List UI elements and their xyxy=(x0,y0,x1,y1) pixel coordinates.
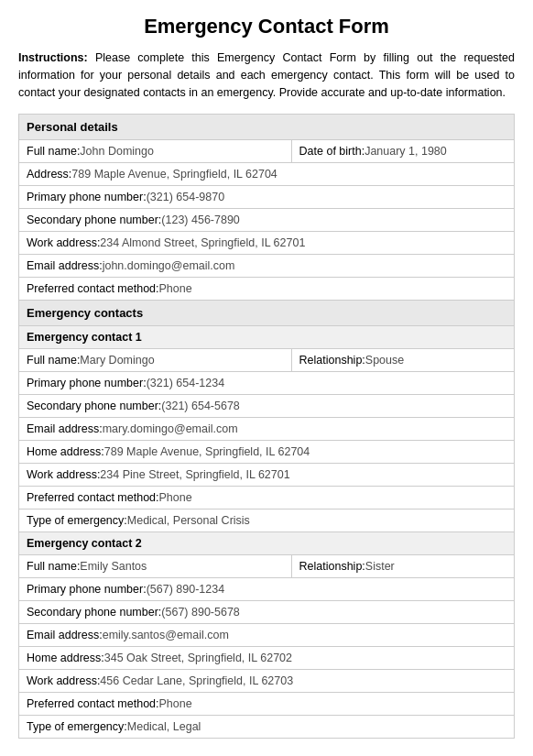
ec1-fullname-label: Full name: xyxy=(27,354,80,367)
table-row: Home address:789 Maple Avenue, Springfie… xyxy=(19,441,515,464)
table-row: Email address:emily.santos@email.com xyxy=(19,624,515,647)
work-address-label: Work address: xyxy=(27,236,100,249)
table-row: Type of emergency:Medical, Legal xyxy=(19,716,515,739)
page-title: Emergency Contact Form xyxy=(18,9,515,38)
ec2-fullname-field: Full name:Emily Santos xyxy=(19,555,292,578)
work-address-field: Work address:234 Almond Street, Springfi… xyxy=(19,232,515,255)
ec2-header: Emergency contact 2 xyxy=(19,532,515,555)
address-value: 789 Maple Avenue, Springfield, IL 62704 xyxy=(71,168,277,181)
table-row: Address:789 Maple Avenue, Springfield, I… xyxy=(19,163,515,186)
table-row: Full name:Emily Santos Relationship:Sist… xyxy=(19,555,515,578)
ec1-relationship-label: Relationship: xyxy=(299,354,365,367)
table-row: Email address:mary.domingo@email.com xyxy=(19,418,515,441)
ec2-relationship-field: Relationship:Sister xyxy=(291,555,514,578)
primary-phone-label: Primary phone number: xyxy=(27,191,147,203)
address-field: Address:789 Maple Avenue, Springfield, I… xyxy=(19,163,515,186)
table-row: Primary phone number:(321) 654-1234 xyxy=(19,372,515,395)
ec2-email-field: Email address:emily.santos@email.com xyxy=(19,624,515,647)
table-row: Secondary phone number:(321) 654-5678 xyxy=(19,395,515,418)
instructions-text: Instructions: Please complete this Emerg… xyxy=(18,49,515,101)
email-value: john.domingo@email.com xyxy=(103,259,235,272)
preferred-contact-value: Phone xyxy=(159,282,192,295)
ec1-header: Emergency contact 1 xyxy=(19,326,515,349)
table-row: Work address:234 Pine Street, Springfiel… xyxy=(19,464,515,487)
primary-phone-value: (321) 654-9870 xyxy=(147,191,224,203)
form-table: Personal details Full name:John Domingo … xyxy=(18,114,515,739)
preferred-contact-label: Preferred contact method: xyxy=(27,282,159,295)
personal-details-label: Personal details xyxy=(19,115,515,140)
ec2-fullname-value: Emily Santos xyxy=(80,560,147,573)
ec1-emergency-type-field: Type of emergency:Medical, Personal Cris… xyxy=(19,509,515,532)
table-row: Full name:Mary Domingo Relationship:Spou… xyxy=(19,349,515,372)
ec1-relationship-value: Spouse xyxy=(365,354,404,367)
ec2-relationship-label: Relationship: xyxy=(299,560,365,573)
emergency-contacts-header: Emergency contacts xyxy=(19,301,515,326)
ec2-secondary-phone-field: Secondary phone number:(567) 890-5678 xyxy=(19,601,515,624)
dob-value: January 1, 1980 xyxy=(364,145,447,158)
ec1-fullname-field: Full name:Mary Domingo xyxy=(19,349,292,372)
ec2-fullname-label: Full name: xyxy=(27,560,80,573)
ec1-label: Emergency contact 1 xyxy=(19,326,515,349)
table-row: Home address:345 Oak Street, Springfield… xyxy=(19,647,515,670)
table-row: Secondary phone number:(567) 890-5678 xyxy=(19,601,515,624)
ec2-primary-phone-field: Primary phone number:(567) 890-1234 xyxy=(19,578,515,601)
secondary-phone-label: Secondary phone number: xyxy=(27,214,161,226)
emergency-contacts-label: Emergency contacts xyxy=(19,301,515,326)
ec1-fullname-value: Mary Domingo xyxy=(80,354,154,367)
ec2-emergency-type-field: Type of emergency:Medical, Legal xyxy=(19,716,515,739)
personal-details-header: Personal details xyxy=(19,115,515,140)
table-row: Preferred contact method:Phone xyxy=(19,487,515,509)
table-row: Preferred contact method:Phone xyxy=(19,278,515,301)
fullname-field: Full name:John Domingo xyxy=(19,140,292,163)
instructions-label: Instructions: xyxy=(18,51,88,64)
table-row: Preferred contact method:Phone xyxy=(19,693,515,716)
primary-phone-field: Primary phone number:(321) 654-9870 xyxy=(19,186,515,209)
email-field: Email address:john.domingo@email.com xyxy=(19,255,515,278)
ec1-email-field: Email address:mary.domingo@email.com xyxy=(19,418,515,441)
address-label: Address: xyxy=(27,168,71,181)
ec2-home-address-field: Home address:345 Oak Street, Springfield… xyxy=(19,647,515,670)
ec2-label: Emergency contact 2 xyxy=(19,532,515,555)
table-row: Secondary phone number:(123) 456-7890 xyxy=(19,209,515,232)
dob-field: Date of birth:January 1, 1980 xyxy=(291,140,514,163)
ec1-preferred-contact-field: Preferred contact method:Phone xyxy=(19,487,515,509)
ec2-preferred-contact-field: Preferred contact method:Phone xyxy=(19,693,515,716)
table-row: Primary phone number:(567) 890-1234 xyxy=(19,578,515,601)
preferred-contact-field: Preferred contact method:Phone xyxy=(19,278,515,301)
secondary-phone-field: Secondary phone number:(123) 456-7890 xyxy=(19,209,515,232)
secondary-phone-value: (123) 456-7890 xyxy=(161,214,239,226)
table-row: Email address:john.domingo@email.com xyxy=(19,255,515,278)
ec1-home-address-field: Home address:789 Maple Avenue, Springfie… xyxy=(19,441,515,464)
ec2-work-address-field: Work address:456 Cedar Lane, Springfield… xyxy=(19,670,515,693)
ec2-relationship-value: Sister xyxy=(365,560,395,573)
ec1-relationship-field: Relationship:Spouse xyxy=(291,349,514,372)
fullname-value: John Domingo xyxy=(80,145,154,158)
table-row: Primary phone number:(321) 654-9870 xyxy=(19,186,515,209)
ec1-work-address-field: Work address:234 Pine Street, Springfiel… xyxy=(19,464,515,487)
table-row: Work address:234 Almond Street, Springfi… xyxy=(19,232,515,255)
work-address-value: 234 Almond Street, Springfield, IL 62701 xyxy=(100,236,305,249)
fullname-label: Full name: xyxy=(27,145,80,158)
ec1-secondary-phone-field: Secondary phone number:(321) 654-5678 xyxy=(19,395,515,418)
table-row: Work address:456 Cedar Lane, Springfield… xyxy=(19,670,515,693)
table-row: Full name:John Domingo Date of birth:Jan… xyxy=(19,140,515,163)
table-row: Type of emergency:Medical, Personal Cris… xyxy=(19,509,515,532)
email-label: Email address: xyxy=(27,259,103,272)
ec1-primary-phone-field: Primary phone number:(321) 654-1234 xyxy=(19,372,515,395)
dob-label: Date of birth: xyxy=(299,145,365,158)
